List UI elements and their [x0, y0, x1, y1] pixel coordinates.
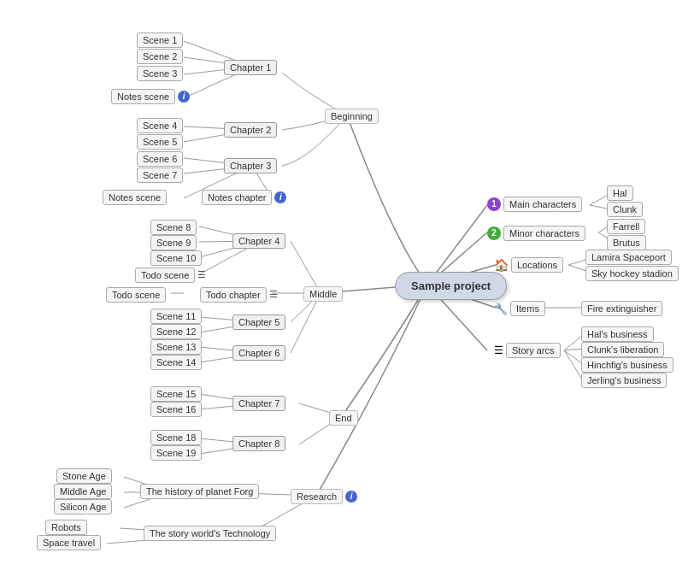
scene5-node[interactable]: Scene 5	[137, 134, 183, 150]
jerling-business-node[interactable]: Jerling's business	[581, 373, 667, 388]
todo-scene1-node[interactable]: Todo scene ☰	[135, 268, 209, 283]
scene9-node[interactable]: Scene 9	[150, 235, 197, 250]
jerling-business-label: Jerling's business	[581, 373, 667, 388]
clunks-lib-node[interactable]: Clunk's liberation	[581, 342, 664, 357]
todo-chapter-icon: ☰	[269, 289, 281, 301]
todo-chapter-node[interactable]: Todo chapter ☰	[200, 287, 281, 303]
items-label: Items	[510, 301, 545, 316]
todo-scene2-node[interactable]: Todo scene	[106, 287, 166, 303]
middle-age-node[interactable]: Middle Age	[54, 484, 112, 499]
clunk-node[interactable]: Clunk	[607, 202, 643, 217]
story-tech-node[interactable]: The story world's Technology	[144, 526, 276, 541]
chapter6-node[interactable]: Chapter 6	[232, 345, 285, 361]
scene1-label: Scene 1	[137, 32, 183, 48]
scene14-node[interactable]: Scene 14	[150, 355, 202, 370]
main-characters-node[interactable]: 1 Main characters	[487, 197, 582, 212]
notes-chapter-node[interactable]: Notes chapter i	[202, 190, 286, 205]
sky-hockey-node[interactable]: Sky hockey stadion	[585, 266, 679, 281]
scene11-node[interactable]: Scene 11	[150, 309, 202, 324]
chapter5-node[interactable]: Chapter 5	[232, 315, 285, 330]
scene16-node[interactable]: Scene 16	[150, 402, 202, 417]
main-characters-label: Main characters	[503, 197, 582, 212]
brutus-node[interactable]: Brutus	[607, 235, 646, 250]
middle-node[interactable]: Middle	[303, 286, 343, 302]
svg-line-50	[564, 350, 583, 364]
beginning-node[interactable]: Beginning	[325, 109, 379, 124]
chapter7-node[interactable]: Chapter 7	[232, 396, 285, 411]
story-tech-label: The story world's Technology	[144, 526, 276, 541]
research-node[interactable]: Research i	[291, 489, 357, 504]
chapter3-label: Chapter 3	[224, 158, 277, 173]
hal-node[interactable]: Hal	[607, 185, 633, 201]
scene2-node[interactable]: Scene 2	[137, 49, 183, 64]
chapter4-label: Chapter 4	[232, 233, 285, 249]
notes-scene-ch1-node[interactable]: Notes scene i	[111, 89, 190, 104]
farrell-node[interactable]: Farrell	[607, 219, 645, 234]
todo1-icon: ☰	[197, 269, 209, 281]
history-forg-label: The history of planet Forg	[140, 484, 259, 499]
chapter6-label: Chapter 6	[232, 345, 285, 361]
chapter1-label: Chapter 1	[224, 60, 277, 75]
clunks-lib-label: Clunk's liberation	[581, 342, 664, 357]
lamira-node[interactable]: Lamira Spaceport	[585, 250, 672, 265]
robots-node[interactable]: Robots	[45, 520, 87, 535]
locations-node[interactable]: 🏠 Locations	[494, 257, 563, 273]
scene19-node[interactable]: Scene 19	[150, 445, 202, 461]
chapter1-node[interactable]: Chapter 1	[224, 60, 277, 75]
stone-age-node[interactable]: Stone Age	[56, 468, 112, 484]
scene9-label: Scene 9	[150, 235, 197, 250]
svg-line-48	[564, 335, 583, 350]
hal-label: Hal	[607, 185, 633, 201]
scene2-label: Scene 2	[137, 49, 183, 64]
story-arcs-node[interactable]: ☰ Story arcs	[494, 343, 561, 358]
scene10-node[interactable]: Scene 10	[150, 250, 202, 266]
farrell-label: Farrell	[607, 219, 645, 234]
notes-chapter-label: Notes chapter	[202, 190, 272, 205]
end-node[interactable]: End	[329, 410, 358, 426]
chapter2-node[interactable]: Chapter 2	[224, 122, 277, 138]
scene1-node[interactable]: Scene 1	[137, 32, 183, 48]
scene11-label: Scene 11	[150, 309, 202, 324]
hal-business-node[interactable]: Hal's business	[581, 326, 654, 342]
history-forg-node[interactable]: The history of planet Forg	[140, 484, 259, 499]
chapter3-node[interactable]: Chapter 3	[224, 158, 277, 173]
locations-label: Locations	[511, 257, 563, 273]
scene6-node[interactable]: Scene 6	[137, 151, 183, 167]
hinchfig-business-node[interactable]: Hinchfig's business	[581, 357, 674, 373]
scene8-node[interactable]: Scene 8	[150, 220, 197, 235]
scene3-node[interactable]: Scene 3	[137, 66, 183, 81]
notes-scene2-node[interactable]: Notes scene	[103, 190, 167, 205]
space-travel-label: Space travel	[37, 535, 101, 550]
scene6-label: Scene 6	[137, 151, 183, 167]
items-node[interactable]: 🔧 Items	[494, 301, 545, 316]
svg-line-49	[564, 349, 583, 350]
chapter4-node[interactable]: Chapter 4	[232, 233, 285, 249]
fire-ext-node[interactable]: Fire extinguisher	[581, 301, 662, 316]
silicon-age-node[interactable]: Silicon Age	[54, 499, 112, 514]
beginning-label: Beginning	[325, 109, 379, 124]
scene7-node[interactable]: Scene 7	[137, 168, 183, 183]
brutus-label: Brutus	[607, 235, 646, 250]
scene13-node[interactable]: Scene 13	[150, 339, 202, 355]
hinchfig-business-label: Hinchfig's business	[581, 357, 674, 373]
scene5-label: Scene 5	[137, 134, 183, 150]
scene8-label: Scene 8	[150, 220, 197, 235]
scene16-label: Scene 16	[150, 402, 202, 417]
chapter5-label: Chapter 5	[232, 315, 285, 330]
todo-scene2-label: Todo scene	[106, 287, 166, 303]
minor-characters-node[interactable]: 2 Minor characters	[487, 226, 585, 241]
chapter7-label: Chapter 7	[232, 396, 285, 411]
notes-info-icon: i	[178, 91, 190, 103]
center-node[interactable]: Sample project	[395, 272, 507, 300]
scene4-node[interactable]: Scene 4	[137, 118, 183, 133]
chapter8-node[interactable]: Chapter 8	[232, 436, 285, 451]
scene15-node[interactable]: Scene 15	[150, 386, 202, 402]
list-icon: ☰	[494, 344, 503, 356]
space-travel-node[interactable]: Space travel	[37, 535, 101, 550]
sky-hockey-label: Sky hockey stadion	[585, 266, 679, 281]
scene7-label: Scene 7	[137, 168, 183, 183]
scene12-node[interactable]: Scene 12	[150, 324, 202, 339]
clunk-label: Clunk	[607, 202, 643, 217]
scene3-label: Scene 3	[137, 66, 183, 81]
scene18-node[interactable]: Scene 18	[150, 430, 202, 445]
